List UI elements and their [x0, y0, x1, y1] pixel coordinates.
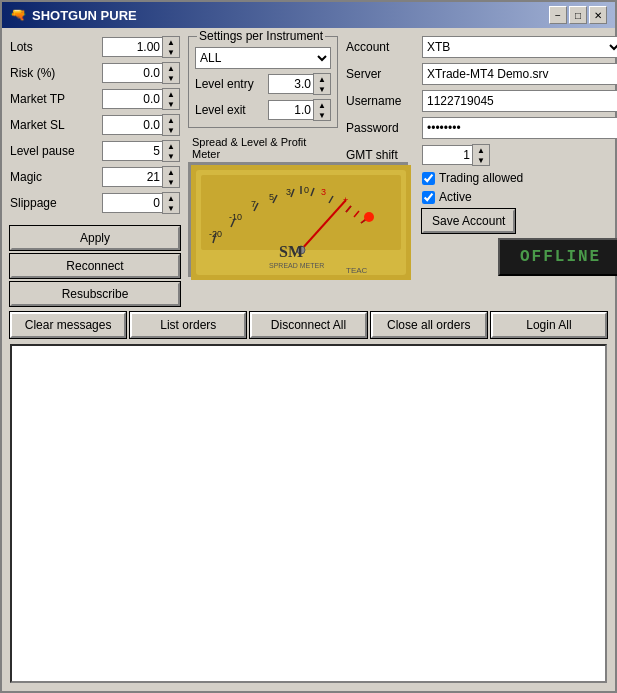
left-panel: Lots ▲ ▼ Risk (%) ▲ — [10, 36, 180, 306]
slippage-up[interactable]: ▲ — [163, 193, 179, 203]
action-buttons: Apply Reconnect Resubscribe — [10, 226, 180, 306]
market-tp-input[interactable] — [102, 89, 162, 109]
list-orders-button[interactable]: List orders — [130, 312, 246, 338]
active-row: Active — [422, 190, 617, 204]
svg-text:3: 3 — [321, 187, 326, 197]
password-input[interactable] — [422, 117, 617, 139]
apply-button[interactable]: Apply — [10, 226, 180, 250]
level-exit-input[interactable] — [268, 100, 313, 120]
gmt-up[interactable]: ▲ — [473, 145, 489, 155]
level-entry-spinner: ▲ ▼ — [268, 73, 331, 95]
magic-up[interactable]: ▲ — [163, 167, 179, 177]
username-row: Username — [346, 90, 617, 112]
lots-arrows: ▲ ▼ — [162, 36, 180, 58]
message-textarea[interactable] — [12, 346, 605, 681]
resubscribe-button[interactable]: Resubscribe — [10, 282, 180, 306]
clear-messages-button[interactable]: Clear messages — [10, 312, 126, 338]
magic-arrows: ▲ ▼ — [162, 166, 180, 188]
slippage-down[interactable]: ▼ — [163, 203, 179, 213]
close-all-orders-button[interactable]: Close all orders — [371, 312, 487, 338]
market-tp-up[interactable]: ▲ — [163, 89, 179, 99]
instrument-select[interactable]: ALL — [195, 47, 331, 69]
level-pause-down[interactable]: ▼ — [163, 151, 179, 161]
lots-input[interactable] — [102, 37, 162, 57]
level-entry-down[interactable]: ▼ — [314, 84, 330, 94]
market-sl-input[interactable] — [102, 115, 162, 135]
save-account-button[interactable]: Save Account — [422, 209, 515, 233]
offline-button[interactable]: OFFLINE — [498, 238, 617, 276]
disconnect-all-button[interactable]: Disconnect All — [250, 312, 366, 338]
minimize-button[interactable]: − — [549, 6, 567, 24]
risk-label: Risk (%) — [10, 66, 80, 80]
offline-btn-container: OFFLINE — [422, 238, 617, 276]
level-exit-down[interactable]: ▼ — [314, 110, 330, 120]
trading-allowed-label: Trading allowed — [439, 171, 523, 185]
magic-input[interactable] — [102, 167, 162, 187]
settings-group-title: Settings per Instrument — [197, 29, 325, 43]
meter-title: Spread & Level & Profit Meter — [188, 134, 338, 162]
slippage-spinner: ▲ ▼ — [102, 192, 180, 214]
lots-up[interactable]: ▲ — [163, 37, 179, 47]
close-button[interactable]: ✕ — [589, 6, 607, 24]
level-pause-up[interactable]: ▲ — [163, 141, 179, 151]
server-row: Server — [346, 63, 617, 85]
trading-allowed-checkbox[interactable] — [422, 172, 435, 185]
level-exit-label: Level exit — [195, 103, 246, 117]
level-pause-label: Level pause — [10, 144, 80, 158]
level-pause-row: Level pause ▲ ▼ — [10, 140, 180, 162]
slippage-row: Slippage ▲ ▼ — [10, 192, 180, 214]
settings-content: ALL Level entry ▲ ▼ — [195, 47, 331, 121]
username-label: Username — [346, 94, 416, 108]
reconnect-button[interactable]: Reconnect — [10, 254, 180, 278]
gmt-input[interactable] — [422, 145, 472, 165]
market-sl-up[interactable]: ▲ — [163, 115, 179, 125]
market-tp-down[interactable]: ▼ — [163, 99, 179, 109]
magic-down[interactable]: ▼ — [163, 177, 179, 187]
title-bar: 🔫 SHOTGUN PURE − □ ✕ — [2, 2, 615, 28]
message-area — [10, 344, 607, 683]
maximize-button[interactable]: □ — [569, 6, 587, 24]
market-tp-label: Market TP — [10, 92, 80, 106]
title-buttons: − □ ✕ — [549, 6, 607, 24]
login-all-button[interactable]: Login All — [491, 312, 607, 338]
magic-label: Magic — [10, 170, 80, 184]
meter-panel: Spread & Level & Profit Meter — [188, 134, 338, 277]
trading-allowed-row: Trading allowed — [422, 171, 617, 185]
gmt-spinner: ▲ ▼ — [422, 144, 490, 166]
market-sl-spinner: ▲ ▼ — [102, 114, 180, 136]
active-checkbox[interactable] — [422, 191, 435, 204]
password-row: Password — [346, 117, 617, 139]
market-tp-row: Market TP ▲ ▼ — [10, 88, 180, 110]
level-pause-input[interactable] — [102, 141, 162, 161]
slippage-input[interactable] — [102, 193, 162, 213]
lots-down[interactable]: ▼ — [163, 47, 179, 57]
svg-text:3: 3 — [286, 187, 291, 197]
risk-input[interactable] — [102, 63, 162, 83]
level-entry-up[interactable]: ▲ — [314, 74, 330, 84]
level-exit-up[interactable]: ▲ — [314, 100, 330, 110]
save-btn-container: Save Account — [422, 209, 617, 233]
server-input[interactable] — [422, 63, 617, 85]
username-input[interactable] — [422, 90, 617, 112]
level-pause-arrows: ▲ ▼ — [162, 140, 180, 162]
level-entry-arrows: ▲ ▼ — [313, 73, 331, 95]
level-entry-input[interactable] — [268, 74, 313, 94]
svg-text:SPREAD METER: SPREAD METER — [269, 262, 324, 269]
slippage-label: Slippage — [10, 196, 80, 210]
risk-spinner: ▲ ▼ — [102, 62, 180, 84]
level-exit-arrows: ▲ ▼ — [313, 99, 331, 121]
risk-down[interactable]: ▼ — [163, 73, 179, 83]
title-bar-left: 🔫 SHOTGUN PURE — [10, 7, 137, 23]
risk-arrows: ▲ ▼ — [162, 62, 180, 84]
main-window: 🔫 SHOTGUN PURE − □ ✕ Lots ▲ ▼ — [0, 0, 617, 693]
market-sl-down[interactable]: ▼ — [163, 125, 179, 135]
magic-spinner: ▲ ▼ — [102, 166, 180, 188]
gmt-down[interactable]: ▼ — [473, 155, 489, 165]
server-label: Server — [346, 67, 416, 81]
market-tp-spinner: ▲ ▼ — [102, 88, 180, 110]
account-select[interactable]: XTB — [422, 36, 617, 58]
svg-text:0: 0 — [304, 185, 309, 195]
risk-up[interactable]: ▲ — [163, 63, 179, 73]
market-sl-arrows: ▲ ▼ — [162, 114, 180, 136]
svg-text:-10: -10 — [229, 212, 242, 222]
